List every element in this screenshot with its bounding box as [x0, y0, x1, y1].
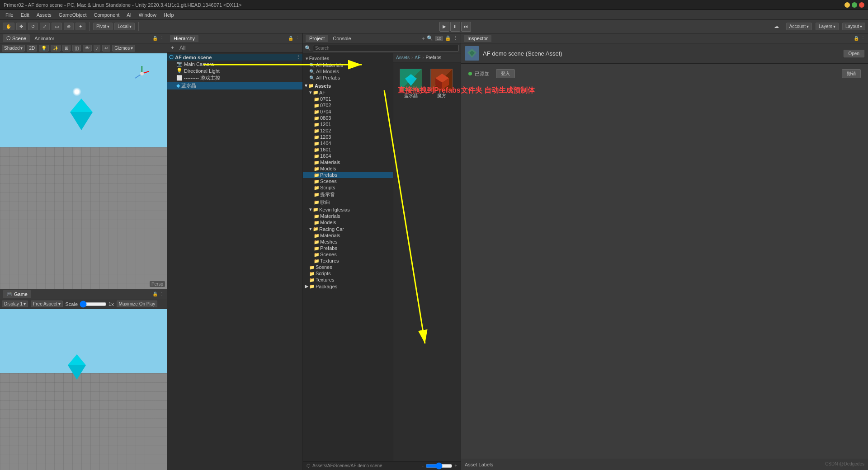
tree-prefabs-selected[interactable]: 📁 Prefabs	[303, 172, 393, 178]
layers-dropdown[interactable]: Layers ▾	[816, 23, 839, 30]
asset-cube[interactable]: 魔方	[429, 67, 455, 101]
inspector-lock-icon[interactable]: 🔒	[854, 36, 859, 41]
open-btn[interactable]: Open	[844, 50, 864, 57]
tab-animator[interactable]: Animator	[31, 35, 58, 42]
tree-0702[interactable]: 📁 0702	[303, 102, 393, 108]
enter-btn[interactable]: 登入	[496, 69, 515, 78]
tree-top-scenes[interactable]: 📁 Scenes	[303, 264, 393, 270]
tree-assets-root[interactable]: ▾ 📁 Assets	[303, 82, 393, 89]
project-more-icon[interactable]: ⋮	[453, 35, 458, 41]
display-dropdown[interactable]: Display 1 ▾	[2, 301, 28, 307]
hierarchy-more-icon[interactable]: ⋮	[295, 36, 300, 41]
tree-1404[interactable]: 📁 1404	[303, 140, 393, 146]
hand-tool[interactable]: ✋	[3, 23, 14, 30]
menu-ai[interactable]: AI	[123, 11, 135, 19]
more-icon[interactable]: ⋮	[160, 36, 164, 41]
lighting-btn[interactable]: 💡	[39, 45, 49, 52]
pause-btn[interactable]: ⏸	[450, 22, 460, 32]
menu-component[interactable]: Component	[90, 11, 123, 19]
tab-game[interactable]: 🎮 Game	[3, 290, 31, 298]
tree-tips[interactable]: 📁 提示音	[303, 191, 393, 198]
shading-dropdown[interactable]: Shaded ▾	[2, 45, 25, 52]
fav-all-materials[interactable]: 🔍 All Materials	[303, 62, 393, 68]
add-hierarchy-btn[interactable]: +	[169, 44, 176, 52]
tab-scene[interactable]: ⬡ Scene	[3, 34, 30, 42]
hier-directional-light[interactable]: 💡 Directional Light	[167, 67, 302, 74]
tree-models[interactable]: 📁 Models	[303, 165, 393, 172]
hier-scene-root[interactable]: ⬡ AF demo scene ⋮	[167, 54, 302, 61]
tree-songs[interactable]: 📁 歌曲	[303, 198, 393, 206]
account-dropdown[interactable]: Account ▾	[786, 23, 812, 30]
lock-icon[interactable]: 🔒	[152, 36, 158, 41]
tree-kevin-materials[interactable]: 📁 Materials	[303, 213, 393, 219]
search-icon[interactable]: 🔍	[427, 35, 433, 41]
project-search-input[interactable]	[313, 45, 459, 52]
tab-project[interactable]: Project	[306, 35, 328, 42]
transform-tool[interactable]: ⊕	[64, 23, 74, 30]
2d-toggle[interactable]: 2D	[27, 45, 37, 52]
game-more-icon[interactable]: ⋮	[160, 291, 164, 296]
tree-top-textures[interactable]: 📁 Textures	[303, 277, 393, 283]
menu-assets[interactable]: Assets	[33, 11, 55, 19]
maximize-btn[interactable]	[852, 2, 857, 8]
hier-game-controller[interactable]: ⬜ --------- 游戏主控	[167, 74, 302, 82]
breadcrumb-af[interactable]: AF	[415, 55, 420, 60]
menu-help[interactable]: Help	[160, 11, 178, 19]
step-btn[interactable]: ⏭	[461, 22, 471, 32]
menu-window[interactable]: Window	[135, 11, 160, 19]
hier-blue-crystal[interactable]: ◆ 蓝水晶	[167, 82, 302, 89]
scene-canvas[interactable]: Persp	[0, 53, 167, 289]
render-btn[interactable]: ◫	[72, 45, 81, 52]
tree-1203[interactable]: 📁 1203	[303, 134, 393, 140]
tree-racing[interactable]: ▾ 📁 Racing Car	[303, 226, 393, 232]
rect-tool[interactable]: ▭	[52, 23, 62, 30]
custom-tool[interactable]: ✦	[75, 23, 85, 30]
tree-racing-materials[interactable]: 📁 Materials	[303, 232, 393, 239]
tree-1601[interactable]: 📁 1601	[303, 146, 393, 153]
tree-kevin[interactable]: ▾ 📁 Kevin Iglesias	[303, 206, 393, 213]
size-slider[interactable]	[425, 462, 453, 470]
maximize-on-play[interactable]: Maximize On Play	[117, 301, 158, 307]
fav-all-models[interactable]: 🔍 All Models	[303, 68, 393, 75]
tree-af-folder[interactable]: ▾ 📁 AF	[303, 89, 393, 96]
tab-console[interactable]: Console	[329, 35, 354, 42]
close-btn[interactable]	[859, 2, 864, 8]
asset-blue-crystal[interactable]: 蓝水晶	[398, 67, 424, 101]
minimize-btn[interactable]	[844, 2, 850, 8]
grid-btn[interactable]: ⊞	[62, 45, 71, 52]
play-btn[interactable]: ▶	[439, 22, 449, 32]
inspector-more-icon[interactable]: ⋮	[861, 36, 865, 41]
scale-slider[interactable]	[80, 301, 107, 308]
tree-racing-meshes[interactable]: 📁 Meshes	[303, 239, 393, 245]
tree-kevin-models[interactable]: 📁 Models	[303, 219, 393, 226]
gizmos-dropdown[interactable]: Gizmos ▾	[112, 45, 135, 52]
tree-0803[interactable]: 📁 0803	[303, 115, 393, 121]
breadcrumb-assets[interactable]: Assets	[396, 55, 410, 60]
scene-plus-icon[interactable]: ⋮	[296, 54, 301, 60]
aspect-dropdown[interactable]: Free Aspect ▾	[31, 301, 62, 307]
tree-racing-scenes[interactable]: 📁 Scenes	[303, 251, 393, 258]
tree-0701[interactable]: 📁 0701	[303, 96, 393, 102]
tree-top-scripts[interactable]: 📁 Scripts	[303, 270, 393, 277]
menu-file[interactable]: File	[2, 11, 17, 19]
layout-dropdown[interactable]: Layout ▾	[842, 23, 865, 30]
tree-packages[interactable]: ▶ 📁 Packages	[303, 283, 393, 290]
cancel-btn[interactable]: 撤销	[842, 69, 861, 78]
tree-1202[interactable]: 📁 1202	[303, 127, 393, 134]
visibility-btn[interactable]: 👁	[83, 45, 92, 52]
tree-racing-prefabs[interactable]: 📁 Prefabs	[303, 245, 393, 251]
undo-btn[interactable]: ↩	[102, 45, 110, 52]
tree-1201[interactable]: 📁 1201	[303, 121, 393, 127]
move-tool[interactable]: ✥	[16, 23, 26, 30]
hier-main-camera[interactable]: 📷 Main Camera	[167, 61, 302, 67]
project-lock-icon[interactable]: 🔒	[445, 35, 451, 41]
pivot-btn[interactable]: Pivot ▾	[93, 23, 113, 30]
game-canvas[interactable]	[0, 309, 167, 470]
fx-btn[interactable]: ✨	[51, 45, 61, 52]
menu-gameobject[interactable]: GameObject	[55, 11, 90, 19]
tree-0704[interactable]: 📁 0704	[303, 108, 393, 115]
fav-all-prefabs[interactable]: 🔍 All Prefabs	[303, 75, 393, 81]
collab-btn[interactable]: ☁	[770, 23, 783, 30]
menu-edit[interactable]: Edit	[17, 11, 33, 19]
plus-icon[interactable]: +	[422, 36, 425, 41]
